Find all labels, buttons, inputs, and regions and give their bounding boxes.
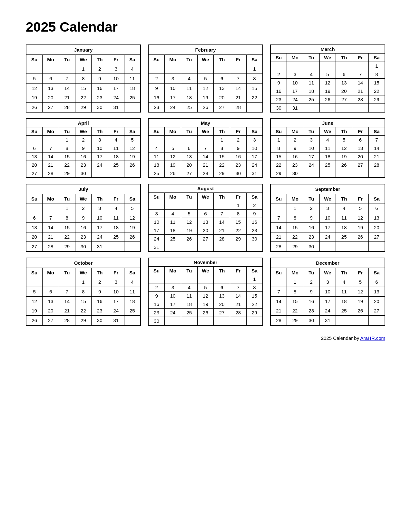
table-row: 9101112131415 xyxy=(148,83,263,93)
footer-link[interactable]: AraHR.com xyxy=(360,335,385,341)
calendar-day: 27 xyxy=(352,161,369,169)
day-header-tu: Tu xyxy=(181,54,197,64)
table-row: 25262728293031 xyxy=(148,169,263,178)
calendar-day xyxy=(270,62,287,70)
calendar-day xyxy=(246,317,263,326)
calendar-day: 26 xyxy=(197,103,214,112)
day-header-su: Su xyxy=(148,127,165,136)
calendar-day xyxy=(319,62,336,70)
calendar-day xyxy=(197,243,214,252)
calendar-day: 15 xyxy=(246,292,263,300)
calendar-day: 19 xyxy=(165,161,181,169)
calendar-day: 16 xyxy=(230,153,247,161)
calendar-day: 2 xyxy=(287,136,303,144)
month-table-march: MarchSuMoTuWeThFrSa123456789101112131415… xyxy=(270,44,385,113)
calendar-day: 17 xyxy=(319,222,336,232)
day-header-sa: Sa xyxy=(368,268,385,277)
table-row: 78910111213 xyxy=(270,287,385,297)
day-header-we: We xyxy=(75,194,92,203)
calendar-day: 15 xyxy=(368,79,385,87)
calendar-day xyxy=(59,277,75,287)
calendar-day: 21 xyxy=(214,226,230,235)
calendar-day: 9 xyxy=(303,213,319,223)
calendar-day xyxy=(165,317,181,326)
calendar-day: 8 xyxy=(214,144,230,153)
calendar-day: 22 xyxy=(246,93,263,103)
calendar-day: 4 xyxy=(303,70,319,79)
calendar-day: 15 xyxy=(270,153,287,161)
calendar-day: 30 xyxy=(148,317,165,326)
calendar-day: 18 xyxy=(148,161,165,169)
calendar-day: 25 xyxy=(148,169,165,178)
calendar-day: 14 xyxy=(368,144,385,153)
calendar-day: 8 xyxy=(75,74,92,84)
table-row: 18192021222324 xyxy=(148,161,263,169)
calendar-day: 7 xyxy=(230,74,247,84)
calendar-day: 1 xyxy=(230,201,247,210)
calendar-day: 26 xyxy=(319,95,336,104)
table-row: 23242526272829 xyxy=(148,309,263,317)
calendar-day: 27 xyxy=(336,95,352,104)
calendar-day: 11 xyxy=(108,213,124,223)
month-title-may: May xyxy=(148,119,263,127)
calendar-day: 6 xyxy=(43,287,59,297)
day-header-we: We xyxy=(197,54,214,64)
table-row: 1 xyxy=(270,62,385,70)
calendar-day: 2 xyxy=(303,277,319,287)
calendar-day: 1 xyxy=(214,136,230,144)
calendar-day: 27 xyxy=(181,169,197,178)
day-header-th: Th xyxy=(336,54,352,62)
calendar-day: 3 xyxy=(319,203,336,213)
day-header-we: We xyxy=(75,127,92,136)
footer-text: 2025 Calendar by xyxy=(321,335,360,341)
day-header-th: Th xyxy=(336,127,352,136)
calendar-day: 15 xyxy=(246,83,263,93)
calendar-day: 19 xyxy=(352,222,369,232)
calendar-day: 1 xyxy=(270,136,287,144)
table-row: 19202122232425 xyxy=(26,93,141,103)
day-header-mo: Mo xyxy=(165,267,181,275)
calendar-day xyxy=(148,136,165,144)
calendar-day: 20 xyxy=(214,93,230,103)
table-row: 1234 xyxy=(26,277,141,287)
calendar-day: 30 xyxy=(92,316,108,325)
calendar-day: 4 xyxy=(336,203,352,213)
calendar-day xyxy=(214,275,230,283)
day-header-sa: Sa xyxy=(124,54,141,64)
calendar-day: 10 xyxy=(92,213,108,223)
calendar-day: 17 xyxy=(92,153,108,161)
table-row: 31 xyxy=(148,243,263,252)
calendar-day: 8 xyxy=(246,283,263,292)
month-table-june: JuneSuMoTuWeThFrSa1234567891011121314151… xyxy=(270,118,385,178)
calendar-day: 9 xyxy=(287,144,303,153)
calendar-day: 6 xyxy=(43,74,59,84)
calendar-day xyxy=(43,203,59,213)
table-row: 2345678 xyxy=(148,74,263,84)
day-header-sa: Sa xyxy=(246,54,263,64)
calendar-day: 11 xyxy=(108,144,124,153)
calendar-day: 12 xyxy=(26,296,43,306)
calendar-day: 6 xyxy=(336,70,352,79)
calendar-day: 15 xyxy=(287,222,303,232)
day-header-th: Th xyxy=(214,127,230,136)
calendar-day: 24 xyxy=(246,161,263,169)
day-header-fr: Fr xyxy=(230,54,247,64)
calendar-day: 5 xyxy=(336,136,352,144)
calendar-day xyxy=(108,169,124,178)
calendar-day: 28 xyxy=(43,242,59,251)
calendar-day: 9 xyxy=(75,144,92,153)
calendar-day xyxy=(197,317,214,326)
calendar-day: 4 xyxy=(181,74,197,84)
calendar-day: 12 xyxy=(352,287,369,297)
day-header-we: We xyxy=(319,127,336,136)
month-title-march: March xyxy=(270,45,385,54)
table-row: 27282930 xyxy=(26,169,141,178)
calendar-day: 1 xyxy=(59,136,75,144)
calendar-day: 26 xyxy=(181,235,197,243)
calendar-day: 17 xyxy=(92,222,108,232)
calendar-day: 9 xyxy=(303,287,319,297)
day-header-fr: Fr xyxy=(108,54,124,64)
calendar-day xyxy=(214,243,230,252)
calendar-day: 2 xyxy=(75,136,92,144)
calendar-day: 28 xyxy=(230,103,247,112)
